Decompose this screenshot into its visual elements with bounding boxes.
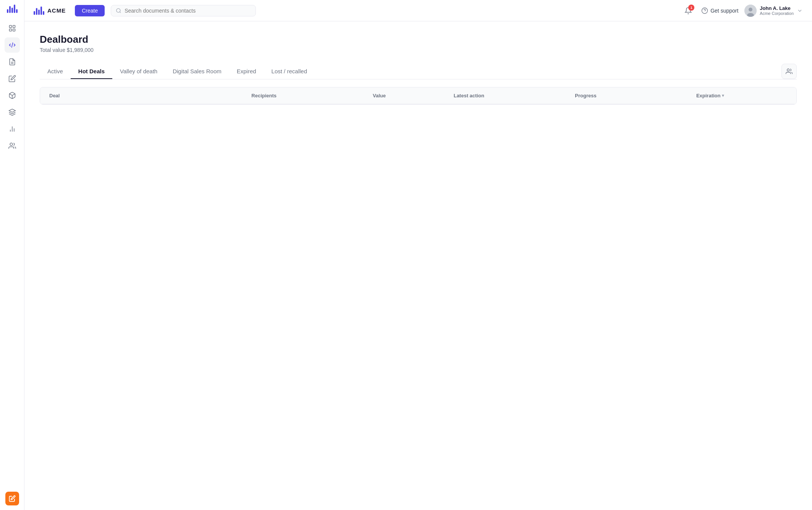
tabs-row: Active Hot Deals Valley of death Digital… (40, 64, 797, 79)
sidebar-item-documents[interactable] (5, 54, 20, 69)
svg-rect-1 (13, 26, 15, 28)
user-section[interactable]: John A. Lake Acme Corporation (744, 5, 803, 17)
col-value: Value (370, 87, 451, 104)
tab-valley-of-death[interactable]: Valley of death (112, 64, 165, 79)
user-info: John A. Lake Acme Corporation (760, 5, 794, 16)
sidebar-item-contacts[interactable] (5, 138, 20, 153)
support-icon (701, 7, 708, 14)
topbar-logo: ACME (34, 6, 66, 15)
support-button[interactable]: Get support (701, 7, 738, 14)
svg-line-13 (120, 11, 121, 13)
notification-button[interactable]: 1 (681, 4, 695, 18)
sidebar-item-layers[interactable] (5, 105, 20, 120)
page-subtitle: Total value $1,989,000 (40, 47, 797, 53)
logo-bar-5 (16, 9, 18, 13)
col-recipients: Recipients (248, 87, 370, 104)
notification-badge: 1 (688, 5, 694, 11)
sidebar-item-deals[interactable] (5, 37, 20, 53)
topbar-bar-5 (43, 11, 44, 15)
topbar-bar-4 (40, 6, 42, 15)
app-name: ACME (47, 7, 66, 14)
quick-action-button[interactable] (5, 492, 19, 505)
svg-point-14 (702, 8, 708, 13)
col-progress: Progress (572, 87, 693, 104)
user-avatar (744, 5, 757, 17)
sidebar-item-analytics[interactable] (5, 121, 20, 137)
user-name: John A. Lake (760, 5, 794, 11)
topbar: ACME Create 1 (24, 0, 812, 21)
support-label: Get support (710, 8, 738, 14)
search-icon (116, 8, 121, 14)
table-header: Deal Recipients Value Latest action Prog… (40, 87, 796, 104)
svg-point-11 (10, 143, 13, 146)
svg-point-19 (787, 69, 789, 71)
logo-bar-2 (9, 6, 11, 13)
svg-rect-2 (9, 29, 11, 31)
tab-active[interactable]: Active (40, 64, 71, 79)
chevron-down-icon (797, 8, 803, 14)
topbar-bar-2 (36, 8, 37, 15)
col-expiration[interactable]: Expiration ▾ (693, 87, 790, 104)
svg-point-12 (116, 8, 120, 12)
topbar-logo-icon (34, 6, 44, 15)
sort-icon: ▾ (722, 93, 724, 98)
user-avatar-img (744, 5, 757, 17)
sidebar-item-dashboard[interactable] (5, 21, 20, 36)
col-latest-action: Latest action (451, 87, 572, 104)
logo-icon (7, 5, 18, 13)
tab-digital-sales-room[interactable]: Digital Sales Room (165, 64, 229, 79)
svg-rect-3 (13, 29, 15, 31)
tabs-action (781, 64, 797, 79)
topbar-right: 1 Get support (681, 4, 803, 18)
svg-marker-7 (9, 109, 15, 112)
col-deal: Deal (46, 87, 248, 104)
sidebar-item-box[interactable] (5, 88, 20, 103)
create-button[interactable]: Create (75, 5, 105, 16)
svg-point-17 (749, 8, 752, 11)
team-icon (786, 68, 793, 75)
logo-section (7, 5, 18, 13)
content-area: Dealboard Total value $1,989,000 Active … (24, 21, 812, 510)
main-content: ACME Create 1 (24, 0, 812, 510)
logo-bar-3 (11, 8, 13, 13)
sidebar-bottom (5, 492, 19, 505)
page-title: Dealboard (40, 34, 797, 45)
topbar-bar-1 (34, 11, 35, 15)
logo-bar-4 (14, 5, 15, 13)
tabs-list: Active Hot Deals Valley of death Digital… (40, 64, 781, 79)
sidebar-item-edit[interactable] (5, 71, 20, 86)
tab-expired[interactable]: Expired (229, 64, 264, 79)
logo-bar-1 (7, 9, 8, 13)
user-company: Acme Corporation (760, 11, 794, 16)
tab-lost-recalled[interactable]: Lost / recalled (264, 64, 315, 79)
sidebar (0, 0, 24, 510)
tab-hot-deals[interactable]: Hot Deals (71, 64, 112, 79)
search-input[interactable] (125, 8, 251, 14)
svg-rect-0 (9, 26, 11, 28)
search-bar[interactable] (111, 5, 256, 16)
team-filter-button[interactable] (781, 64, 797, 79)
deals-table: Deal Recipients Value Latest action Prog… (40, 87, 797, 105)
topbar-bar-3 (38, 10, 40, 15)
